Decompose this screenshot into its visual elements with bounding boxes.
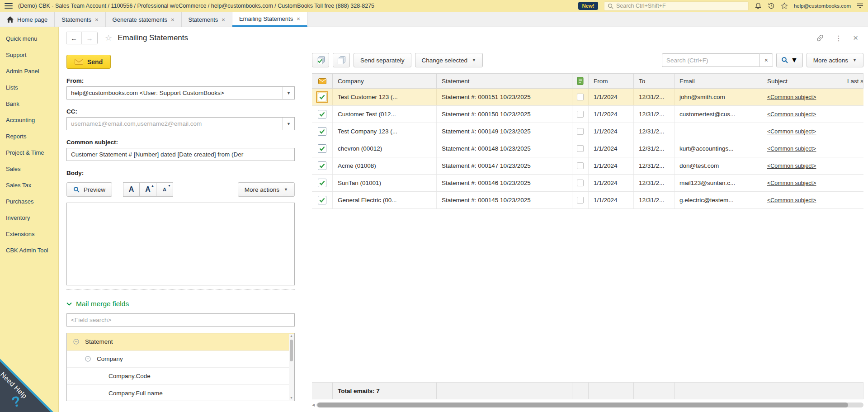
table-row[interactable]: Acme (01008) Statement #: 000147 10/23/2… <box>312 157 863 175</box>
to-column-header[interactable]: To <box>634 74 675 88</box>
tab-close-icon[interactable]: × <box>95 16 99 23</box>
chevron-down-icon[interactable]: ▼ <box>283 118 294 130</box>
field-search-input[interactable] <box>66 313 295 327</box>
need-help-banner[interactable]: Need Help ? <box>0 359 53 412</box>
kebab-menu-icon[interactable]: ⋮ <box>835 34 842 43</box>
checked-checkbox-icon[interactable] <box>318 110 326 118</box>
table-row[interactable]: chevron (00012) Statement #: 000148 10/2… <box>312 140 863 157</box>
tab-statements-2[interactable]: Statements × <box>182 12 232 27</box>
unchecked-checkbox-icon[interactable] <box>577 145 584 152</box>
statement-column-header[interactable]: Statement <box>437 74 572 88</box>
last-sent-cell[interactable] <box>842 123 863 140</box>
statement-cell[interactable]: Statement #: 000150 10/23/2025 <box>437 106 572 123</box>
horizontal-scrollbar[interactable]: ◀ <box>312 402 863 408</box>
last-sent-cell[interactable] <box>842 106 863 123</box>
link-icon[interactable] <box>816 34 824 42</box>
font-increase-icon[interactable]: A▲ <box>140 182 156 197</box>
email-cell[interactable]: mail123@suntan.c... <box>675 175 762 191</box>
scrollbar-thumb[interactable] <box>290 340 293 361</box>
subject-link[interactable]: <Common subject> <box>767 163 816 169</box>
tab-emailing-statements[interactable]: Emailing Statements × <box>232 12 307 27</box>
last-sent-cell[interactable] <box>842 192 863 208</box>
favorites-star-icon[interactable] <box>781 2 788 9</box>
checked-checkbox-icon[interactable] <box>318 127 326 136</box>
subject-link[interactable]: <Common subject> <box>767 94 816 100</box>
statement-cell[interactable]: Statement #: 000149 10/23/2025 <box>437 123 572 140</box>
sidebar-item-purchases[interactable]: Purchases <box>0 194 58 210</box>
list-more-actions-button[interactable]: More actions ▼ <box>807 53 863 67</box>
company-cell[interactable]: Customer Test (012... <box>333 106 437 123</box>
sidebar-item-accounting[interactable]: Accounting <box>0 112 58 128</box>
list-search-input[interactable] <box>662 53 760 67</box>
email-cell[interactable]: kurt@accountings... <box>675 140 762 157</box>
checked-checkbox-icon[interactable] <box>318 93 326 101</box>
scroll-up-icon[interactable]: ▲ <box>290 334 293 338</box>
checked-checkbox-icon[interactable] <box>318 196 326 204</box>
search-options-button[interactable]: ▼ <box>776 53 803 67</box>
collapse-icon[interactable] <box>85 356 91 362</box>
hamburger-menu-icon[interactable] <box>5 3 13 9</box>
send-separately-button[interactable]: Send separately <box>354 53 411 67</box>
subject-link[interactable]: <Common subject> <box>767 146 816 152</box>
mail-column-header[interactable] <box>312 74 333 88</box>
tab-close-icon[interactable]: × <box>297 15 300 22</box>
to-cell[interactable]: 12/31/2... <box>634 157 675 174</box>
clear-search-icon[interactable]: × <box>760 53 773 67</box>
sidebar-item-quick-menu[interactable]: Quick menu <box>0 31 58 47</box>
from-cell[interactable]: 1/1/2024 <box>589 157 634 174</box>
send-button[interactable]: Send <box>66 55 111 69</box>
sidebar-item-inventory[interactable]: Inventory <box>0 210 58 226</box>
unchecked-checkbox-icon[interactable] <box>577 197 584 204</box>
bell-icon[interactable] <box>755 2 762 9</box>
subject-link[interactable]: <Common subject> <box>767 128 816 135</box>
tab-statements-1[interactable]: Statements × <box>55 12 105 27</box>
from-input[interactable] <box>67 87 283 99</box>
attach-column-header[interactable] <box>572 74 589 88</box>
favorite-star-icon[interactable]: ☆ <box>105 33 112 43</box>
last-sent-cell[interactable] <box>842 140 863 157</box>
tab-home-page[interactable]: Home page <box>0 12 55 27</box>
email-column-header[interactable]: Email <box>675 74 762 88</box>
global-search[interactable] <box>604 1 749 11</box>
table-row[interactable]: Customer Test (012... Statement #: 00015… <box>312 106 863 123</box>
unchecked-checkbox-icon[interactable] <box>577 162 584 169</box>
subject-link[interactable]: <Common subject> <box>767 180 816 186</box>
scrollbar-thumb[interactable] <box>317 403 848 407</box>
statement-cell[interactable]: Statement #: 000145 10/23/2025 <box>437 192 572 208</box>
close-icon[interactable]: × <box>853 33 858 43</box>
table-row[interactable]: General Electric (00... Statement #: 000… <box>312 192 863 209</box>
common-subject-input[interactable] <box>66 148 295 161</box>
statement-cell[interactable]: Statement #: 000147 10/23/2025 <box>437 157 572 174</box>
tree-item-company[interactable]: Company <box>67 350 294 368</box>
from-cell[interactable]: 1/1/2024 <box>589 140 634 157</box>
scroll-down-icon[interactable]: ▼ <box>290 396 293 400</box>
last-sent-cell[interactable] <box>842 89 863 105</box>
sidebar-item-bank[interactable]: Bank <box>0 96 58 112</box>
table-row[interactable]: Test Customer 123 (... Statement #: 0001… <box>312 89 863 106</box>
from-column-header[interactable]: From <box>589 74 634 88</box>
body-editor[interactable] <box>66 203 295 285</box>
to-cell[interactable]: 12/31/2... <box>634 175 675 191</box>
statement-cell[interactable]: Statement #: 000146 10/23/2025 <box>437 175 572 191</box>
sidebar-item-extensions[interactable]: Extensions <box>0 226 58 242</box>
to-cell[interactable]: 12/31/2... <box>634 123 675 140</box>
to-cell[interactable]: 12/31/2... <box>634 140 675 157</box>
from-cell[interactable]: 1/1/2024 <box>589 89 634 105</box>
select-all-button[interactable] <box>312 53 329 67</box>
unchecked-checkbox-icon[interactable] <box>577 180 584 186</box>
empty-email-field[interactable] <box>679 128 747 135</box>
to-cell[interactable]: 12/31/2... <box>634 106 675 123</box>
tree-item-company-full-name[interactable]: Company.Full name <box>67 385 294 401</box>
checked-checkbox-icon[interactable] <box>318 161 326 170</box>
tab-close-icon[interactable]: × <box>171 16 175 23</box>
sidebar-item-sales-tax[interactable]: Sales Tax <box>0 177 58 194</box>
tree-scrollbar[interactable]: ▲ ▼ <box>289 334 294 400</box>
subject-link[interactable]: <Common subject> <box>767 197 816 204</box>
user-email[interactable]: help@custombooks.com <box>794 3 851 9</box>
company-cell[interactable]: Test Customer 123 (... <box>333 89 437 105</box>
company-cell[interactable]: Acme (01008) <box>333 157 437 174</box>
cc-input[interactable] <box>67 118 283 130</box>
company-cell[interactable]: Test Company 123 (... <box>333 123 437 140</box>
subject-column-header[interactable]: Subject <box>762 74 842 88</box>
mail-merge-toggle[interactable]: Mail merge fields <box>66 300 295 308</box>
